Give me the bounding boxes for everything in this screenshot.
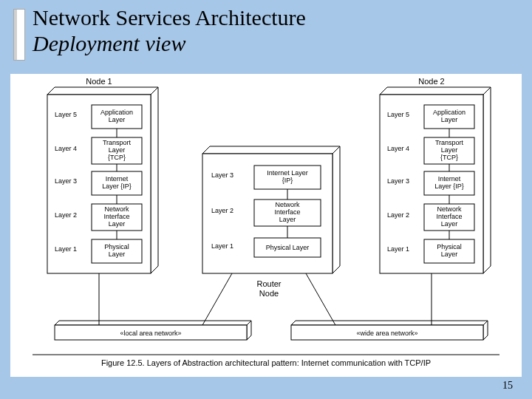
svg-marker-35 (291, 321, 488, 325)
svg-marker-32 (55, 321, 251, 325)
n2-l5-box1: Application (433, 109, 466, 116)
n2-l1-box2: Layer (441, 250, 458, 258)
n1-l1-label: Layer 1 (55, 245, 77, 253)
n2-l5-label: Layer 5 (387, 111, 409, 118)
n1-l4-box3: {TCP} (108, 154, 126, 161)
n2-l1-box1: Physical (437, 243, 462, 250)
router-l3-box2: {IP} (282, 177, 293, 184)
figure-caption: Figure 12.5. Layers of Abstraction archi… (101, 358, 431, 367)
slide: Network Services Architecture Deployment… (0, 0, 532, 399)
n1-l4-box2: Layer (109, 146, 126, 154)
n2-l2-box3: Layer (441, 220, 458, 228)
n2-l2-label: Layer 2 (387, 211, 409, 219)
svg-line-40 (306, 273, 335, 325)
svg-marker-21 (483, 87, 491, 273)
n1-l4-box1: Transport (103, 139, 132, 146)
wan-box: «wide area network» (291, 321, 488, 340)
n2-l2-box1: Network (437, 205, 462, 213)
n1-l2-box3: Layer (109, 220, 126, 228)
n1-l3-box2: Layer {IP} (102, 183, 132, 190)
router-l2-box1: Network (275, 201, 300, 208)
title-line2: Deployment view (33, 31, 185, 55)
router-l3-box1: Internet Layer (267, 169, 308, 177)
router-l3-label: Layer 3 (211, 171, 233, 179)
lan-box: «local area network» (55, 321, 251, 340)
n2-l4-label: Layer 4 (387, 145, 409, 152)
n1-l2-label: Layer 2 (55, 211, 77, 219)
n2-l4-box3: {TCP} (440, 154, 458, 161)
n2-l4-box1: Transport (435, 139, 464, 146)
svg-marker-12 (202, 146, 340, 154)
figure-area: Node 1 Layer 5 Application Layer Layer 4… (10, 74, 522, 377)
n1-l3-label: Layer 3 (55, 177, 77, 185)
svg-marker-20 (380, 87, 491, 95)
n2-l3-box2: Layer {IP} (434, 183, 464, 190)
node2-header: Node 2 (418, 77, 444, 86)
svg-marker-0 (47, 87, 158, 95)
n1-l5-label: Layer 5 (55, 111, 77, 118)
router-header: Router (256, 279, 281, 288)
n1-l3-box1: Internet (106, 175, 129, 183)
router-l1-box1: Physical Layer (266, 244, 310, 251)
slide-title: Network Services Architecture Deployment… (33, 4, 306, 57)
n2-l3-box1: Internet (438, 175, 461, 183)
title-bullet (13, 9, 25, 61)
router-l2-box3: Layer (279, 216, 296, 223)
router-l1-label: Layer 1 (211, 242, 233, 250)
n2-l2-box2: Interface (436, 213, 462, 220)
n2-l3-label: Layer 3 (387, 177, 409, 185)
n1-l2-box2: Interface (103, 213, 129, 220)
lan-label: «local area network» (120, 330, 181, 337)
router-l2-label: Layer 2 (211, 207, 233, 214)
wan-label: «wide area network» (356, 330, 417, 337)
title-line1: Network Services Architecture (33, 5, 306, 30)
n1-l1-box1: Physical (104, 243, 129, 250)
n1-l5-box1: Application (100, 109, 133, 116)
router-sub: Node (259, 289, 279, 298)
diagram-svg: Node 1 Layer 5 Application Layer Layer 4… (10, 74, 522, 377)
n1-l5-box2: Layer (109, 116, 126, 123)
svg-marker-13 (332, 146, 340, 273)
svg-marker-1 (151, 87, 158, 273)
n2-l1-label: Layer 1 (387, 245, 409, 253)
n2-l5-box2: Layer (441, 116, 458, 123)
node1-header: Node 1 (86, 77, 112, 86)
n1-l1-box2: Layer (109, 250, 126, 258)
page-number: 15 (502, 380, 513, 392)
n1-l4-label: Layer 4 (55, 145, 77, 152)
router-l2-box2: Interface (274, 208, 300, 216)
svg-line-39 (202, 273, 232, 325)
n2-l4-box2: Layer (441, 146, 458, 154)
n1-l2-box1: Network (104, 205, 129, 213)
